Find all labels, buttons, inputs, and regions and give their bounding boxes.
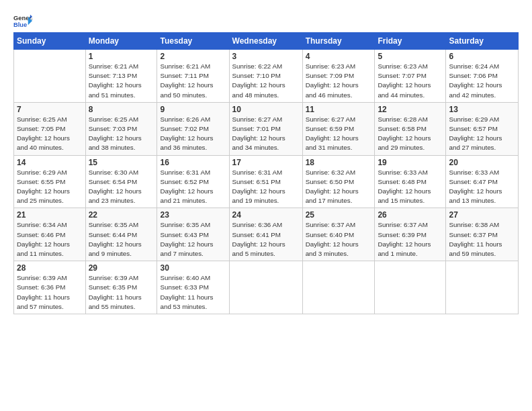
calendar-day: 14Sunrise: 6:29 AMSunset: 6:55 PMDayligh… — [14, 155, 86, 208]
calendar-day — [302, 261, 375, 314]
calendar-day: 26Sunrise: 6:37 AMSunset: 6:39 PMDayligh… — [375, 208, 446, 261]
day-info: Sunrise: 6:21 AMSunset: 7:13 PMDaylight:… — [89, 62, 154, 100]
day-number: 21 — [17, 210, 83, 220]
day-info: Sunrise: 6:33 AMSunset: 6:47 PMDaylight:… — [449, 168, 515, 206]
day-info: Sunrise: 6:39 AMSunset: 6:36 PMDaylight:… — [17, 273, 83, 312]
calendar-day: 11Sunrise: 6:27 AMSunset: 6:59 PMDayligh… — [302, 102, 375, 155]
calendar-day: 16Sunrise: 6:31 AMSunset: 6:52 PMDayligh… — [157, 155, 229, 208]
day-info: Sunrise: 6:36 AMSunset: 6:41 PMDaylight:… — [232, 220, 300, 259]
col-thursday: Thursday — [302, 33, 375, 50]
day-info: Sunrise: 6:28 AMSunset: 6:58 PMDaylight:… — [378, 115, 443, 153]
calendar-page: General Blue Sunday Monday Tuesday Wedne… — [0, 0, 532, 411]
day-number: 14 — [17, 158, 83, 167]
calendar-day: 12Sunrise: 6:28 AMSunset: 6:58 PMDayligh… — [375, 102, 446, 155]
calendar-day: 13Sunrise: 6:29 AMSunset: 6:57 PMDayligh… — [446, 102, 519, 155]
day-info: Sunrise: 6:25 AMSunset: 7:05 PMDaylight:… — [17, 115, 83, 153]
calendar-day: 6Sunrise: 6:24 AMSunset: 7:06 PMDaylight… — [446, 50, 519, 103]
day-info: Sunrise: 6:23 AMSunset: 7:09 PMDaylight:… — [306, 62, 372, 100]
calendar-day: 10Sunrise: 6:27 AMSunset: 7:01 PMDayligh… — [229, 102, 302, 155]
day-number: 12 — [378, 105, 443, 114]
day-info: Sunrise: 6:25 AMSunset: 7:03 PMDaylight:… — [89, 115, 154, 153]
col-wednesday: Wednesday — [229, 33, 302, 50]
calendar-day: 24Sunrise: 6:36 AMSunset: 6:41 PMDayligh… — [229, 208, 302, 261]
calendar-day: 2Sunrise: 6:21 AMSunset: 7:11 PMDaylight… — [157, 50, 229, 103]
day-info: Sunrise: 6:23 AMSunset: 7:07 PMDaylight:… — [378, 62, 443, 100]
calendar-day: 19Sunrise: 6:33 AMSunset: 6:48 PMDayligh… — [375, 155, 446, 208]
day-info: Sunrise: 6:27 AMSunset: 7:01 PMDaylight:… — [232, 115, 300, 153]
day-number: 25 — [306, 210, 372, 220]
day-number: 20 — [449, 158, 515, 167]
svg-text:Blue: Blue — [13, 21, 27, 28]
calendar-header-row: Sunday Monday Tuesday Wednesday Thursday… — [14, 33, 519, 50]
day-number: 30 — [160, 263, 226, 273]
day-info: Sunrise: 6:40 AMSunset: 6:33 PMDaylight:… — [160, 273, 226, 312]
calendar-day: 4Sunrise: 6:23 AMSunset: 7:09 PMDaylight… — [302, 50, 375, 103]
day-number: 18 — [306, 158, 372, 167]
day-info: Sunrise: 6:27 AMSunset: 6:59 PMDaylight:… — [306, 115, 372, 153]
day-info: Sunrise: 6:33 AMSunset: 6:48 PMDaylight:… — [378, 168, 443, 206]
calendar-day — [229, 261, 302, 314]
calendar-week-5: 28Sunrise: 6:39 AMSunset: 6:36 PMDayligh… — [14, 261, 519, 314]
day-number: 15 — [89, 158, 154, 167]
col-saturday: Saturday — [446, 33, 519, 50]
calendar-week-4: 21Sunrise: 6:34 AMSunset: 6:46 PMDayligh… — [14, 208, 519, 261]
col-friday: Friday — [375, 33, 446, 50]
day-info: Sunrise: 6:21 AMSunset: 7:11 PMDaylight:… — [160, 62, 226, 100]
calendar-day: 30Sunrise: 6:40 AMSunset: 6:33 PMDayligh… — [157, 261, 229, 314]
day-number: 8 — [89, 105, 154, 114]
calendar-day: 1Sunrise: 6:21 AMSunset: 7:13 PMDaylight… — [85, 50, 157, 103]
day-info: Sunrise: 6:32 AMSunset: 6:50 PMDaylight:… — [306, 168, 372, 206]
calendar-day: 20Sunrise: 6:33 AMSunset: 6:47 PMDayligh… — [446, 155, 519, 208]
day-number: 17 — [232, 158, 300, 167]
calendar-day: 8Sunrise: 6:25 AMSunset: 7:03 PMDaylight… — [85, 102, 157, 155]
day-number: 22 — [89, 210, 154, 220]
day-info: Sunrise: 6:35 AMSunset: 6:43 PMDaylight:… — [160, 220, 226, 259]
calendar-day: 27Sunrise: 6:38 AMSunset: 6:37 PMDayligh… — [446, 208, 519, 261]
day-number: 9 — [160, 105, 226, 114]
day-number: 24 — [232, 210, 300, 220]
calendar-day: 25Sunrise: 6:37 AMSunset: 6:40 PMDayligh… — [302, 208, 375, 261]
day-number: 13 — [449, 105, 515, 114]
col-monday: Monday — [85, 33, 157, 50]
calendar-day: 21Sunrise: 6:34 AMSunset: 6:46 PMDayligh… — [14, 208, 86, 261]
calendar-day — [446, 261, 519, 314]
day-number: 28 — [17, 263, 83, 273]
logo: General Blue — [13, 13, 35, 28]
calendar-day: 22Sunrise: 6:35 AMSunset: 6:44 PMDayligh… — [85, 208, 157, 261]
day-number: 11 — [306, 105, 372, 114]
day-number: 19 — [378, 158, 443, 167]
calendar-day: 15Sunrise: 6:30 AMSunset: 6:54 PMDayligh… — [85, 155, 157, 208]
day-info: Sunrise: 6:24 AMSunset: 7:06 PMDaylight:… — [449, 62, 515, 100]
day-info: Sunrise: 6:29 AMSunset: 6:55 PMDaylight:… — [17, 168, 83, 206]
calendar-day — [14, 50, 86, 103]
day-number: 23 — [160, 210, 226, 220]
day-info: Sunrise: 6:22 AMSunset: 7:10 PMDaylight:… — [232, 62, 300, 100]
day-number: 29 — [89, 263, 154, 273]
col-sunday: Sunday — [14, 33, 86, 50]
day-number: 4 — [306, 52, 372, 61]
calendar-week-1: 1Sunrise: 6:21 AMSunset: 7:13 PMDaylight… — [14, 50, 519, 103]
day-number: 3 — [232, 52, 300, 61]
calendar-week-2: 7Sunrise: 6:25 AMSunset: 7:05 PMDaylight… — [14, 102, 519, 155]
day-number: 5 — [378, 52, 443, 61]
calendar-day: 17Sunrise: 6:31 AMSunset: 6:51 PMDayligh… — [229, 155, 302, 208]
calendar-day: 23Sunrise: 6:35 AMSunset: 6:43 PMDayligh… — [157, 208, 229, 261]
day-number: 7 — [17, 105, 83, 114]
calendar-day: 7Sunrise: 6:25 AMSunset: 7:05 PMDaylight… — [14, 102, 86, 155]
day-info: Sunrise: 6:30 AMSunset: 6:54 PMDaylight:… — [89, 168, 154, 206]
day-number: 2 — [160, 52, 226, 61]
col-tuesday: Tuesday — [157, 33, 229, 50]
calendar-table: Sunday Monday Tuesday Wednesday Thursday… — [13, 32, 519, 314]
page-header: General Blue — [13, 12, 519, 28]
day-number: 16 — [160, 158, 226, 167]
day-info: Sunrise: 6:31 AMSunset: 6:51 PMDaylight:… — [232, 168, 300, 206]
day-number: 26 — [378, 210, 443, 220]
day-number: 27 — [449, 210, 515, 220]
calendar-day: 5Sunrise: 6:23 AMSunset: 7:07 PMDaylight… — [375, 50, 446, 103]
calendar-day: 3Sunrise: 6:22 AMSunset: 7:10 PMDaylight… — [229, 50, 302, 103]
calendar-day: 18Sunrise: 6:32 AMSunset: 6:50 PMDayligh… — [302, 155, 375, 208]
calendar-day — [375, 261, 446, 314]
day-info: Sunrise: 6:35 AMSunset: 6:44 PMDaylight:… — [89, 220, 154, 259]
day-info: Sunrise: 6:38 AMSunset: 6:37 PMDaylight:… — [449, 220, 515, 259]
calendar-day: 9Sunrise: 6:26 AMSunset: 7:02 PMDaylight… — [157, 102, 229, 155]
